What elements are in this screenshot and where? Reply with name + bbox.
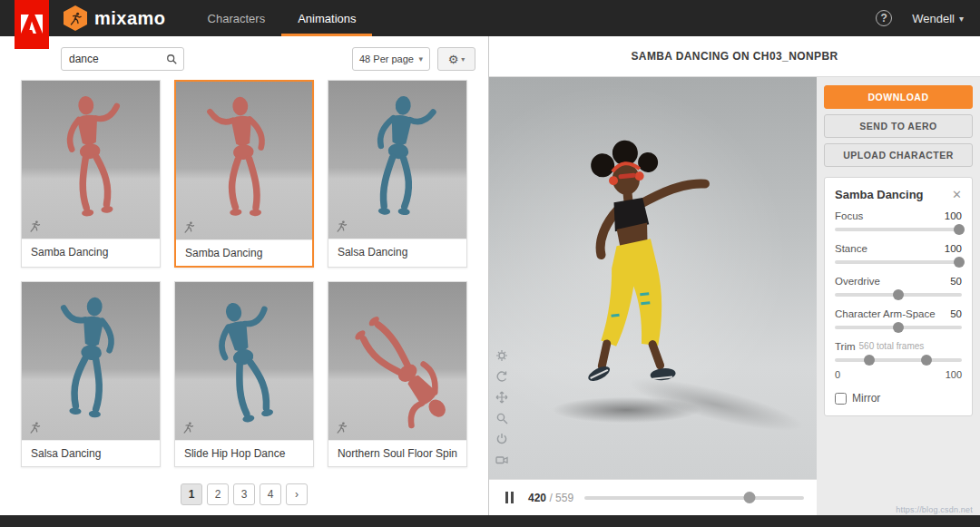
tab-characters[interactable]: Characters: [191, 0, 282, 36]
animation-type-icon: [182, 220, 196, 234]
page-button-1[interactable]: 1: [181, 483, 202, 505]
playback-bar: 420 / 559: [489, 479, 817, 515]
mannequin-figure: [42, 88, 141, 231]
trim-max: 100: [946, 369, 962, 380]
arm-space-slider-track[interactable]: [835, 326, 962, 329]
animation-title: Samba Dancing: [22, 239, 160, 265]
adobe-logo: [15, 0, 49, 49]
overdrive-slider-handle[interactable]: [893, 289, 904, 300]
mannequin-figure: [196, 90, 292, 231]
browser-toolbar: 48 Per page ▾ ⚙ ▾: [0, 36, 488, 78]
trim-total-frames: 560 total frames: [859, 341, 925, 352]
chevron-down-icon: ▾: [461, 55, 465, 63]
arm-space-slider-handle[interactable]: [893, 322, 904, 333]
animation-card[interactable]: Slide Hip Hop Dance: [174, 281, 314, 467]
send-to-aero-button[interactable]: SEND TO AERO: [824, 114, 973, 138]
slider-value: 100: [945, 210, 962, 221]
search-icon[interactable]: [166, 54, 178, 65]
slider-label: Focus: [835, 210, 863, 221]
page-button-4[interactable]: 4: [260, 483, 281, 505]
search-input[interactable]: [69, 53, 166, 65]
animation-thumbnail: [176, 82, 312, 239]
animation-card[interactable]: Samba Dancing: [21, 80, 161, 268]
slider-value: 50: [950, 308, 962, 319]
overdrive-slider-track[interactable]: [835, 293, 962, 297]
settings-dropdown-button[interactable]: ⚙ ▾: [437, 47, 475, 71]
mannequin-figure: [347, 87, 447, 231]
scrubber-handle[interactable]: [743, 492, 755, 503]
viewer-body: 420 / 559 DOWNLOAD SEND TO AERO UPLOAD C…: [489, 77, 980, 515]
animation-thumbnail: [22, 81, 160, 239]
tab-animations[interactable]: Animations: [281, 0, 372, 36]
animation-title: Salsa Dancing: [328, 239, 466, 265]
mixamo-hex-icon: [64, 5, 87, 31]
upload-character-button[interactable]: UPLOAD CHARACTER: [824, 143, 973, 167]
animation-title: Samba Dancing: [176, 239, 312, 266]
per-page-select[interactable]: 48 Per page ▾: [352, 47, 430, 71]
current-frame: 420: [528, 492, 546, 504]
animation-title: Northern Soul Floor Spin: [328, 440, 466, 466]
mixamo-logo[interactable]: mixamo: [64, 5, 166, 31]
page-button-2[interactable]: 2: [207, 483, 229, 505]
animation-card-selected[interactable]: Samba Dancing: [174, 80, 314, 268]
slider-overdrive: Overdrive 50: [835, 276, 962, 297]
animation-type-icon: [28, 421, 42, 434]
animation-thumbnail: [328, 81, 466, 239]
animation-thumbnail: [22, 282, 160, 440]
panel-title: Samba Dancing: [835, 188, 924, 201]
page-next-button[interactable]: ›: [286, 483, 308, 505]
animation-thumbnail: [328, 282, 466, 440]
pause-button[interactable]: [502, 488, 517, 507]
brand-name: mixamo: [94, 8, 166, 29]
download-button[interactable]: DOWNLOAD: [824, 85, 973, 109]
per-page-value: 48 Per page: [359, 54, 414, 64]
trim-start-handle[interactable]: [864, 355, 875, 366]
slider-value: 100: [945, 243, 962, 254]
animation-type-icon: [28, 220, 42, 233]
adobe-a-icon: [21, 15, 43, 34]
orbit-icon[interactable]: [495, 370, 508, 383]
slider-label: Character Arm-Space: [835, 308, 936, 319]
slider-value: 50: [950, 276, 962, 287]
animation-card[interactable]: Salsa Dancing: [328, 80, 467, 268]
stance-slider-handle[interactable]: [954, 257, 965, 268]
stance-slider-track[interactable]: [835, 260, 962, 264]
pan-icon[interactable]: [495, 391, 508, 404]
close-icon[interactable]: ✕: [952, 188, 962, 201]
mannequin-figure: [328, 287, 466, 440]
slider-label: Overdrive: [835, 276, 880, 287]
slider-arm-space: Character Arm-Space 50: [835, 308, 962, 329]
gear-icon[interactable]: [495, 349, 508, 362]
main-nav: Characters Animations: [191, 0, 373, 36]
animation-title: Slide Hip Hop Dance: [175, 440, 313, 466]
focus-slider-track[interactable]: [835, 228, 962, 231]
user-name: Wendell: [912, 12, 955, 25]
slider-focus: Focus 100: [835, 210, 962, 231]
slider-label: Stance: [835, 243, 867, 254]
slider-trim: Trim 560 total frames 0 100: [835, 341, 962, 380]
topbar-right: ? Wendell ▾: [876, 10, 980, 26]
zoom-icon[interactable]: [495, 412, 508, 425]
trim-slider-track[interactable]: [835, 358, 962, 362]
slider-stance: Stance 100: [835, 243, 962, 264]
camera-icon[interactable]: [495, 454, 508, 466]
trim-end-handle[interactable]: [921, 355, 932, 366]
watermark: https://blog.csdn.net: [896, 505, 973, 514]
timeline-scrubber[interactable]: [584, 496, 804, 500]
search-box: [61, 47, 184, 71]
focus-slider-handle[interactable]: [954, 224, 965, 235]
chevron-down-icon: ▾: [418, 54, 423, 63]
help-icon[interactable]: ?: [876, 10, 892, 26]
mannequin-figure: [43, 290, 139, 432]
content: 48 Per page ▾ ⚙ ▾ Samba Dancing: [0, 36, 980, 515]
animation-card[interactable]: Northern Soul Floor Spin: [328, 281, 467, 467]
viewport-3d[interactable]: [489, 77, 817, 479]
power-icon[interactable]: [495, 433, 508, 445]
animation-title: Salsa Dancing: [22, 440, 160, 466]
mirror-checkbox[interactable]: [835, 393, 847, 405]
viewer-area: SAMBA DANCING ON CH03_NONPBR: [489, 36, 980, 515]
animation-card[interactable]: Salsa Dancing: [21, 281, 161, 467]
page-button-3[interactable]: 3: [233, 483, 255, 505]
animation-type-icon: [335, 421, 348, 434]
user-menu[interactable]: Wendell ▾: [912, 12, 964, 25]
